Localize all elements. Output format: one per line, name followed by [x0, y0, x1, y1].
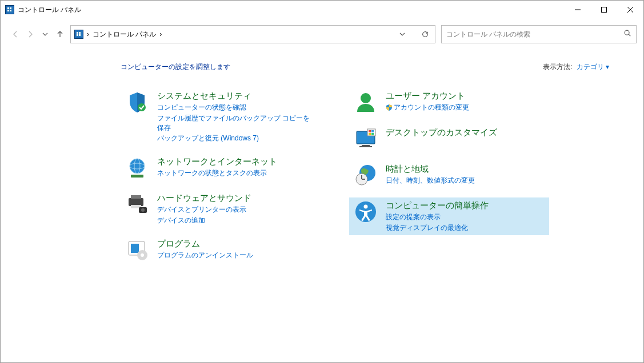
category-hardware[interactable]: ハードウェアとサウンド デバイスとプリンターの表示 デバイスの追加 — [121, 190, 321, 228]
category-desktop-customize[interactable]: デスクトップのカスタマイズ — [349, 124, 549, 153]
task-link[interactable]: アカウントの種類の変更 — [386, 103, 469, 112]
task-link[interactable]: コンピューターの状態を確認 — [157, 103, 316, 112]
svg-rect-12 — [77, 34, 78, 36]
accessibility-icon — [354, 200, 378, 224]
content-area: コンピューターの設定を調整します 表示方法: カテゴリ ▾ システムとセキュリテ… — [1, 45, 643, 264]
titlebar: コントロール パネル — [1, 1, 643, 19]
task-link[interactable]: 視覚ディスプレイの最適化 — [386, 223, 489, 233]
category-title[interactable]: ユーザー アカウント — [386, 91, 469, 102]
view-by-value[interactable]: カテゴリ ▾ — [577, 63, 609, 71]
uac-shield-icon — [386, 104, 393, 111]
view-by-label: 表示方法: — [543, 63, 572, 71]
svg-rect-21 — [131, 175, 143, 178]
category-ease-of-access[interactable]: コンピューターの簡単操作 設定の提案の表示 視覚ディスプレイの最適化 — [349, 197, 549, 235]
svg-rect-10 — [77, 32, 78, 34]
refresh-button[interactable] — [415, 26, 435, 43]
printer-camera-icon — [125, 192, 149, 216]
task-link[interactable]: ネットワークの状態とタスクの表示 — [157, 168, 277, 178]
search-input[interactable] — [446, 30, 623, 38]
svg-rect-40 — [371, 133, 374, 135]
globe-network-icon — [125, 156, 149, 180]
svg-rect-11 — [79, 32, 81, 34]
svg-rect-38 — [371, 130, 374, 132]
svg-rect-22 — [129, 198, 143, 206]
page-heading: コンピューターの設定を調整します — [121, 62, 230, 72]
svg-rect-1 — [7, 7, 9, 9]
category-system-security[interactable]: システムとセキュリティ コンピューターの状態を確認 ファイル履歴でファイルのバッ… — [121, 88, 321, 146]
navigation-toolbar: › コントロール パネル › — [1, 23, 643, 45]
svg-rect-28 — [131, 244, 139, 253]
svg-rect-2 — [10, 7, 11, 9]
svg-point-46 — [364, 205, 368, 209]
svg-rect-23 — [131, 195, 141, 199]
left-column: システムとセキュリティ コンピューターの状態を確認 ファイル履歴でファイルのバッ… — [121, 88, 321, 264]
clock-globe-icon — [354, 163, 378, 187]
window-title: コントロール パネル — [18, 5, 81, 15]
category-title[interactable]: デスクトップのカスタマイズ — [386, 127, 497, 138]
task-link[interactable]: 日付、時刻、数値形式の変更 — [386, 176, 475, 185]
right-column: ユーザー アカウント アカウントの種類の変更 デスクトップのカスタマイズ — [349, 88, 549, 264]
programs-icon — [125, 238, 149, 262]
view-by: 表示方法: カテゴリ ▾ — [543, 62, 609, 72]
category-title[interactable]: コンピューターの簡単操作 — [386, 200, 489, 211]
task-link[interactable]: プログラムのアンインストール — [157, 251, 253, 260]
search-box[interactable] — [441, 25, 637, 43]
app-icon — [5, 5, 14, 14]
user-icon — [354, 90, 378, 114]
svg-point-26 — [141, 208, 145, 212]
svg-rect-39 — [369, 133, 371, 135]
maximize-button[interactable] — [591, 1, 617, 19]
task-link[interactable]: ファイル履歴でファイルのバックアップ コピーを保存 — [157, 114, 316, 133]
forward-button[interactable] — [26, 30, 35, 39]
category-title[interactable]: ネットワークとインターネット — [157, 156, 277, 167]
back-button[interactable] — [11, 30, 20, 39]
task-link[interactable]: デバイスの追加 — [157, 216, 251, 225]
svg-point-31 — [361, 93, 371, 103]
task-link[interactable]: バックアップと復元 (Windows 7) — [157, 134, 316, 143]
category-title[interactable]: ハードウェアとサウンド — [157, 193, 251, 204]
category-programs[interactable]: プログラム プログラムのアンインストール — [121, 236, 321, 264]
breadcrumb-sep[interactable]: › — [159, 30, 162, 38]
minimize-button[interactable] — [565, 1, 591, 19]
svg-rect-4 — [10, 10, 11, 11]
category-title[interactable]: システムとセキュリティ — [157, 91, 316, 102]
svg-point-14 — [625, 30, 629, 35]
address-dropdown[interactable] — [393, 26, 412, 43]
category-user-accounts[interactable]: ユーザー アカウント アカウントの種類の変更 — [349, 88, 549, 116]
task-link[interactable]: 設定の提案の表示 — [386, 212, 489, 222]
svg-point-16 — [138, 103, 146, 111]
svg-point-30 — [141, 253, 144, 257]
address-icon — [74, 30, 83, 39]
shield-icon — [125, 90, 149, 114]
breadcrumb-root[interactable]: コントロール パネル — [93, 30, 156, 39]
close-button[interactable] — [617, 1, 643, 19]
svg-rect-3 — [7, 10, 9, 11]
svg-line-15 — [629, 34, 630, 36]
svg-rect-37 — [369, 130, 371, 132]
svg-rect-35 — [359, 146, 372, 147]
task-link[interactable]: デバイスとプリンターの表示 — [157, 205, 251, 215]
category-title[interactable]: プログラム — [157, 239, 253, 249]
recent-locations-dropdown[interactable] — [41, 30, 50, 39]
search-icon[interactable] — [623, 29, 631, 39]
svg-rect-13 — [79, 34, 81, 36]
svg-rect-34 — [362, 145, 370, 146]
category-clock-region[interactable]: 時計と地域 日付、時刻、数値形式の変更 — [349, 161, 549, 189]
up-button[interactable] — [55, 30, 65, 39]
breadcrumb-sep[interactable]: › — [87, 30, 89, 38]
svg-rect-6 — [602, 7, 607, 13]
monitor-icon — [354, 127, 378, 151]
category-title[interactable]: 時計と地域 — [386, 164, 475, 175]
category-network[interactable]: ネットワークとインターネット ネットワークの状態とタスクの表示 — [121, 154, 321, 182]
address-bar[interactable]: › コントロール パネル › — [70, 25, 435, 43]
